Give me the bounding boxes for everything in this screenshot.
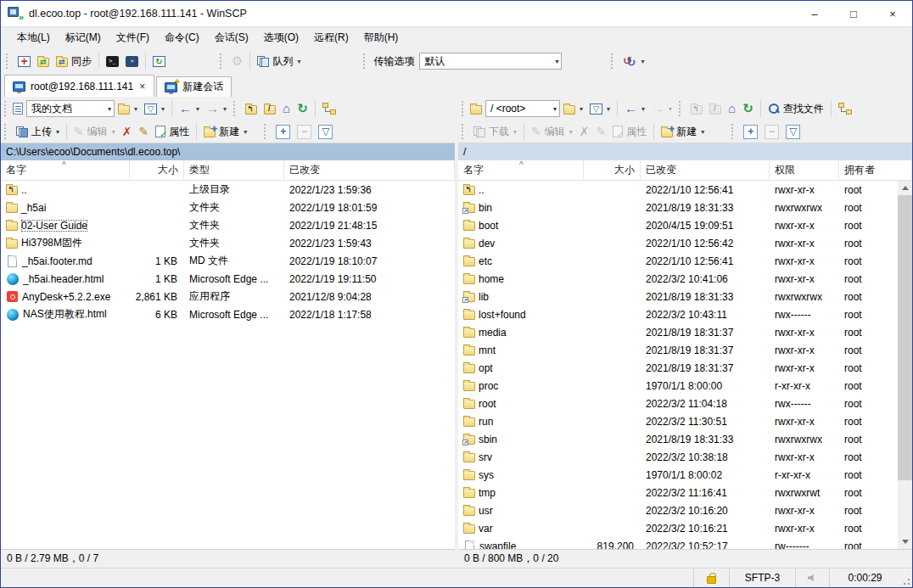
local-back-button[interactable]: ←▾ xyxy=(176,100,203,117)
remote-back-button[interactable]: ←▾ xyxy=(621,100,648,117)
local-select-button[interactable]: + xyxy=(272,122,294,142)
local-root-directory-button[interactable]: / xyxy=(260,101,279,117)
file-row[interactable]: usr2022/3/2 10:16:20rwxr-xr-xroot xyxy=(458,501,898,519)
remote-refresh-button[interactable]: ↻ xyxy=(739,100,757,117)
synchronize-button[interactable]: ⇄同步 xyxy=(53,52,95,71)
file-row[interactable]: mnt2021/8/19 18:31:37rwxr-xr-xroot xyxy=(458,341,898,359)
toolbar-grip[interactable] xyxy=(6,53,11,69)
toolbar-grip[interactable] xyxy=(611,53,616,69)
menu-item[interactable]: 本地(L) xyxy=(9,27,58,48)
file-row[interactable]: lost+found2022/3/2 10:43:11rwx------root xyxy=(458,305,898,323)
file-row[interactable]: ↗lib2021/8/19 18:31:33rwxrwxrwxroot xyxy=(458,288,898,305)
file-row[interactable]: run2022/3/2 11:30:51rwxr-xr-xroot xyxy=(458,412,898,430)
refresh-panels-button[interactable]: ↻ xyxy=(149,53,169,70)
toolbar-grip[interactable] xyxy=(4,101,9,116)
synchronize-transfer-button[interactable]: ↻↻▾ xyxy=(619,53,647,70)
remote-home-button[interactable]: ⌂ xyxy=(725,100,739,117)
column-header-permissions[interactable]: 权限 xyxy=(770,160,839,180)
file-row[interactable]: root2022/3/2 11:04:18rwx------root xyxy=(458,395,898,412)
file-row[interactable]: var2022/3/2 10:16:21rwxr-xr-xroot xyxy=(458,519,898,537)
local-properties-button[interactable]: 属性 xyxy=(152,122,193,142)
remote-tree-button[interactable] xyxy=(835,100,855,117)
remote-location-combo[interactable]: / <root> ▾ xyxy=(485,100,560,117)
menu-item[interactable]: 文件(F) xyxy=(109,27,157,48)
remote-rename-button[interactable]: ✎ xyxy=(593,123,610,140)
remote-edit-button[interactable]: ✎编辑▾ xyxy=(528,122,576,142)
file-row[interactable]: srv2022/3/2 10:38:18rwxr-xr-xroot xyxy=(458,448,898,466)
file-row[interactable]: swapfile819,2002022/3/2 10:52:17rw------… xyxy=(458,537,898,549)
minimize-button[interactable]: – xyxy=(795,1,834,26)
column-header-changed[interactable]: 已改变 xyxy=(641,160,770,180)
column-header-name[interactable]: 名字^ xyxy=(1,160,130,180)
tab-new-session[interactable]: 新建会话 xyxy=(156,76,232,97)
menu-item[interactable]: 远程(R) xyxy=(306,27,356,48)
remote-forward-button[interactable]: →▾ xyxy=(648,100,675,117)
file-row[interactable]: _h5ai文件夹2022/1/19 18:01:59 xyxy=(1,199,455,216)
local-refresh-button[interactable]: ↻ xyxy=(294,100,311,117)
scrollbar-track[interactable] xyxy=(898,195,912,535)
toolbar-grip[interactable] xyxy=(220,53,225,69)
local-open-directory-button[interactable]: ▾ xyxy=(115,101,141,117)
toolbar-grip[interactable] xyxy=(233,101,238,116)
column-header-owner[interactable]: 拥有者 xyxy=(839,160,912,180)
remote-new-button[interactable]: ✚新建▾ xyxy=(658,122,708,142)
column-header-size[interactable]: 大小 xyxy=(130,160,184,180)
file-row[interactable]: opt2021/8/19 18:31:37rwxr-xr-xroot xyxy=(458,359,898,377)
file-row[interactable]: media2021/8/19 18:31:37rwxr-xr-xroot xyxy=(458,323,898,341)
toolbar-grip[interactable] xyxy=(363,53,368,69)
file-row[interactable]: proc1970/1/1 8:00:00r-xr-xr-xroot xyxy=(458,377,898,395)
local-tree-button[interactable] xyxy=(319,100,339,117)
close-button[interactable]: × xyxy=(873,1,912,26)
remote-delete-button[interactable]: ✗ xyxy=(576,123,593,140)
synchronize-browsing-button[interactable]: ⇄ xyxy=(34,53,53,70)
file-row[interactable]: ↰..上级目录2022/1/23 1:59:36 xyxy=(1,181,455,199)
remote-open-directory-button[interactable]: ▾ xyxy=(560,101,586,117)
file-row[interactable]: _h5ai.footer.md1 KBMD 文件2022/1/19 18:10:… xyxy=(1,252,455,270)
local-unselect-button[interactable]: − xyxy=(294,122,315,142)
scrollbar-thumb[interactable] xyxy=(898,195,912,480)
file-row[interactable]: home2022/3/2 10:41:06rwxr-xr-xroot xyxy=(458,270,898,288)
local-path-bar[interactable]: C:\Users\ecoo\Documents\dl.ecoo.top\ xyxy=(1,143,455,160)
vertical-scrollbar[interactable] xyxy=(898,181,912,549)
local-location-combo[interactable]: 我的文档 ▾ xyxy=(26,100,115,117)
toolbar-grip[interactable] xyxy=(679,101,684,116)
column-header-type[interactable]: 类型 xyxy=(184,160,284,180)
local-delete-button[interactable]: ✗ xyxy=(119,123,136,140)
maximize-button[interactable]: □ xyxy=(834,1,873,26)
file-row[interactable]: tmp2022/3/2 11:16:41rwxrwxrwtroot xyxy=(458,484,898,501)
column-header-size[interactable]: 大小 xyxy=(584,160,641,180)
file-row[interactable]: NAS使用教程.html6 KBMicrosoft Edge ...2022/1… xyxy=(1,305,455,323)
remote-properties-button[interactable]: 属性 xyxy=(609,122,650,142)
local-new-button[interactable]: ✚新建▾ xyxy=(200,122,250,142)
encryption-cell[interactable] xyxy=(693,568,729,587)
remote-path-bar[interactable]: / xyxy=(458,143,912,160)
local-parent-directory-button[interactable]: ↰ xyxy=(242,101,260,117)
menu-item[interactable]: 选项(O) xyxy=(256,27,306,48)
session-duration-cell[interactable]: 0:00:29 xyxy=(829,568,900,587)
menu-item[interactable]: 会话(S) xyxy=(207,27,256,48)
remote-select-button[interactable]: + xyxy=(740,122,761,142)
local-filter-button[interactable]: ▽▾ xyxy=(141,101,168,117)
protocol-cell[interactable]: SFTP-3 xyxy=(729,568,795,587)
scroll-up-button[interactable] xyxy=(898,181,912,195)
file-row[interactable]: boot2020/4/15 19:09:51rwxr-xr-xroot xyxy=(458,216,898,234)
remote-root-directory-button[interactable]: / xyxy=(706,101,725,117)
file-row[interactable]: ↰..2022/1/10 12:56:41rwxr-xr-xroot xyxy=(458,181,898,199)
local-rename-button[interactable]: ✎ xyxy=(136,123,153,140)
toolbar-grip[interactable] xyxy=(4,124,9,139)
toolbar-grip[interactable] xyxy=(462,124,467,139)
file-row[interactable]: ↗sbin2021/8/19 18:31:33rwxrwxrwxroot xyxy=(458,430,898,448)
find-files-button[interactable]: 查找文件 xyxy=(765,99,827,119)
open-terminal-button[interactable]: >_ xyxy=(103,53,122,70)
file-row[interactable]: _h5ai.header.html1 KBMicrosoft Edge ...2… xyxy=(1,270,455,288)
file-row[interactable]: AnyDesk+5.2.2.exe2,861 KB应用程序2021/12/8 9… xyxy=(1,288,455,305)
open-console-button[interactable]: » xyxy=(122,53,142,70)
remote-unselect-button[interactable]: − xyxy=(761,122,782,142)
toolbar-grip[interactable] xyxy=(731,124,737,139)
scroll-down-button[interactable] xyxy=(898,535,912,549)
preferences-button[interactable]: ⚙ xyxy=(228,53,246,70)
close-tab-icon[interactable]: × xyxy=(138,81,146,92)
menu-item[interactable]: 命令(C) xyxy=(157,27,207,48)
local-home-button[interactable]: ⌂ xyxy=(279,100,294,117)
local-forward-button[interactable]: →▾ xyxy=(203,100,230,117)
